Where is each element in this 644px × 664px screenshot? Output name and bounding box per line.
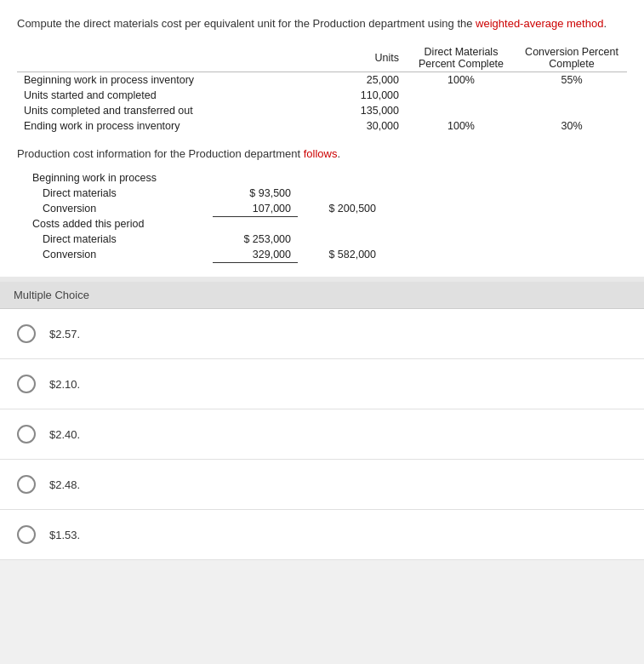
row-dm-usc (406, 88, 516, 103)
mc-option-3[interactable]: $2.40. (0, 409, 644, 460)
costs-conv-label: Conversion (26, 247, 213, 263)
costs-dm-label: Direct materials (26, 232, 213, 247)
bwip-label: Beginning work in process (26, 170, 213, 186)
row-dm-bwip: 100% (406, 72, 516, 88)
dm-amount: $ 93,500 (213, 186, 298, 201)
mc-option-1[interactable]: $2.57. (0, 309, 644, 359)
row-label-ucto: Units completed and transferred out (17, 103, 329, 118)
bwip-amt-empty (213, 170, 298, 186)
prod-info-label-part2: . (338, 147, 341, 160)
cost-row-conv: Conversion 107,000 $ 200,500 (26, 201, 383, 217)
mc-option-5[interactable]: $1.53. (0, 510, 644, 560)
question-text-part1: Compute the direct materials cost per eq… (17, 17, 476, 30)
mc-option-2[interactable]: $2.10. (0, 359, 644, 409)
bwip-total-empty (298, 170, 383, 186)
costs-dm-amount: $ 253,000 (213, 232, 298, 247)
cost-table: Beginning work in process Direct materia… (26, 170, 383, 264)
table-row: Ending work in process inventory 30,000 … (17, 118, 627, 134)
col-header-dm: Direct Materials Percent Complete (406, 44, 516, 72)
mc-section: Multiple Choice $2.57. $2.10. $2.40. $2.… (0, 282, 644, 560)
question-area: Compute the direct materials cost per eq… (0, 0, 644, 277)
mc-radio-2[interactable] (17, 375, 36, 393)
dm-label: Direct materials (26, 186, 213, 201)
row-dm-ucto (406, 103, 516, 118)
cost-row-dm: Direct materials $ 93,500 (26, 186, 383, 201)
mc-label-3: $2.40. (49, 428, 80, 441)
mc-radio-3[interactable] (17, 425, 36, 444)
row-dm-ewip: 100% (406, 118, 516, 134)
mc-label-4: $2.48. (49, 478, 80, 491)
mc-radio-1[interactable] (17, 324, 36, 343)
question-text-part2: . (603, 17, 607, 30)
mc-option-4[interactable]: $2.48. (0, 460, 644, 510)
data-table: Units Direct Materials Percent Complete … (17, 44, 627, 134)
row-conv-bwip: 55% (516, 72, 627, 88)
costs-added-total-empty (298, 216, 383, 232)
col-header-units: Units (329, 44, 406, 72)
dm-total-empty (298, 186, 383, 201)
row-label-ewip: Ending work in process inventory (17, 118, 329, 134)
cost-row-costs-conv: Conversion 329,000 $ 582,000 (26, 247, 383, 263)
costs-added-amt-empty (213, 216, 298, 232)
col-header-label (17, 44, 329, 72)
bwip-total: $ 200,500 (298, 201, 383, 217)
conv-amount: 107,000 (213, 201, 298, 217)
mc-radio-4[interactable] (17, 475, 36, 494)
costs-conv-amount: 329,000 (213, 247, 298, 263)
prod-info-section-label: Production cost information for the Prod… (17, 147, 627, 160)
mc-radio-5[interactable] (17, 525, 36, 544)
row-conv-ucto (516, 103, 627, 118)
row-conv-ewip: 30% (516, 118, 627, 134)
col-header-conv: Conversion Percent Complete (516, 44, 627, 72)
row-label-usc: Units started and completed (17, 88, 329, 103)
costs-total: $ 582,000 (298, 247, 383, 263)
table-row: Units started and completed 110,000 (17, 88, 627, 103)
conv-label: Conversion (26, 201, 213, 217)
cost-row-costs-dm: Direct materials $ 253,000 (26, 232, 383, 247)
mc-label-1: $2.57. (49, 328, 80, 341)
mc-label-5: $1.53. (49, 529, 80, 541)
row-units-bwip: 25,000 (329, 72, 406, 88)
costs-added-label: Costs added this period (26, 216, 213, 232)
row-conv-usc (516, 88, 627, 103)
costs-dm-total-empty (298, 232, 383, 247)
mc-header: Multiple Choice (0, 282, 644, 309)
row-units-ucto: 135,000 (329, 103, 406, 118)
table-row: Units completed and transferred out 135,… (17, 103, 627, 118)
cost-row-bwip-header: Beginning work in process (26, 170, 383, 186)
row-units-ewip: 30,000 (329, 118, 406, 134)
question-text-highlight: weighted-average method (476, 17, 603, 30)
table-row: Beginning work in process inventory 25,0… (17, 72, 627, 88)
mc-label-2: $2.10. (49, 378, 80, 391)
prod-info-label-highlight: follows (304, 147, 338, 160)
row-label-bwip: Beginning work in process inventory (17, 72, 329, 88)
cost-row-added-header: Costs added this period (26, 216, 383, 232)
prod-info-label-part1: Production cost information for the Prod… (17, 147, 304, 160)
question-text: Compute the direct materials cost per eq… (17, 15, 627, 32)
row-units-usc: 110,000 (329, 88, 406, 103)
